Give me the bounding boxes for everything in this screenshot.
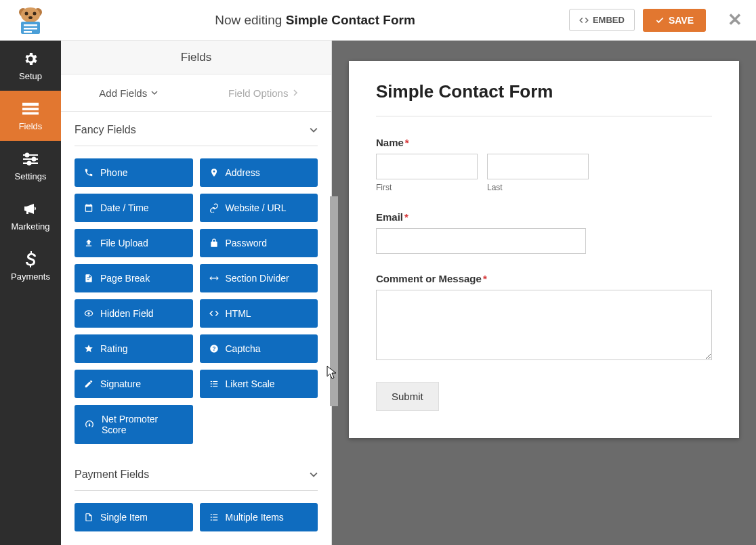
payment-fields-grid: Single ItemMultiple Items (75, 491, 318, 531)
svg-rect-7 (24, 24, 37, 26)
field-signature[interactable]: Signature (75, 370, 193, 398)
panel-body[interactable]: Fancy Fields PhoneAddressDate / TimeWebs… (61, 112, 331, 545)
svg-rect-33 (213, 520, 217, 521)
svg-rect-32 (210, 520, 211, 521)
field-page-break[interactable]: Page Break (75, 264, 193, 292)
section-payment-fields[interactable]: Payment Fields (75, 456, 318, 491)
last-name-input[interactable] (487, 154, 589, 179)
rail-fields[interactable]: Fields (0, 91, 61, 141)
page-title: Now editing Simple Contact Form (61, 13, 569, 28)
bullhorn-icon (22, 201, 39, 217)
fancy-fields-extra: Net Promoter Score (75, 398, 193, 444)
fields-panel: Fields Add Fields Field Options Fancy Fi… (61, 41, 332, 545)
svg-rect-30 (210, 517, 211, 517)
code-icon (579, 16, 589, 25)
svg-point-3 (25, 12, 28, 15)
field-single-item[interactable]: Single Item (75, 503, 193, 531)
field-hidden-field[interactable]: Hidden Field (75, 299, 193, 328)
chevron-down-icon (310, 126, 318, 134)
form-title: Simple Contact Form (376, 81, 712, 116)
form-name: Simple Contact Form (286, 13, 415, 27)
field-phone[interactable]: Phone (75, 158, 193, 187)
first-name-input[interactable] (376, 154, 478, 179)
field-section-divider[interactable]: Section Divider (200, 264, 318, 292)
comment-textarea[interactable] (376, 290, 712, 360)
close-icon[interactable]: ✕ (728, 9, 742, 30)
comment-label: Comment or Message* (376, 273, 712, 284)
chevron-down-icon (310, 471, 318, 479)
field-captcha[interactable]: ?Captcha (200, 334, 318, 363)
svg-rect-12 (22, 112, 39, 114)
field-address[interactable]: Address (200, 158, 318, 187)
fancy-fields-grid: PhoneAddressDate / TimeWebsite / URLFile… (75, 146, 318, 398)
field-name[interactable]: Name* First Last (376, 137, 712, 192)
required-asterisk: * (405, 137, 409, 148)
svg-rect-9 (24, 31, 32, 33)
svg-rect-28 (210, 514, 211, 515)
svg-rect-24 (210, 383, 211, 384)
field-file-upload[interactable]: File Upload (75, 229, 193, 257)
tab-field-options[interactable]: Field Options (196, 74, 332, 112)
check-icon (655, 16, 665, 25)
svg-point-5 (28, 16, 33, 19)
field-rating[interactable]: Rating (75, 334, 193, 363)
field-net-promoter-score[interactable]: Net Promoter Score (75, 405, 193, 444)
svg-rect-27 (213, 386, 217, 387)
svg-rect-26 (210, 386, 211, 387)
required-asterisk: * (404, 211, 408, 223)
gear-icon (22, 51, 39, 67)
svg-rect-29 (213, 514, 217, 515)
svg-point-16 (33, 157, 36, 160)
rail-payments[interactable]: Payments (0, 241, 61, 291)
form-icon (22, 101, 39, 117)
field-multiple-items[interactable]: Multiple Items (200, 503, 318, 531)
svg-rect-8 (24, 28, 37, 30)
field-date-time[interactable]: Date / Time (75, 194, 193, 222)
field-email[interactable]: Email* (376, 211, 712, 254)
wpforms-logo-icon (13, 5, 48, 35)
rail-setup[interactable]: Setup (0, 41, 61, 91)
svg-rect-11 (22, 108, 39, 110)
scrollbar-thumb[interactable] (330, 196, 338, 406)
svg-text:?: ? (212, 346, 215, 352)
panel-tabs: Add Fields Field Options (61, 74, 331, 112)
svg-point-2 (21, 7, 40, 22)
first-sublabel: First (376, 183, 478, 192)
svg-rect-25 (213, 383, 217, 384)
sliders-icon (22, 151, 39, 167)
svg-point-18 (28, 161, 31, 165)
name-label: Name* (376, 137, 712, 148)
form-preview: Simple Contact Form Name* First Last Ema… (332, 41, 756, 545)
header-actions: EMBED SAVE ✕ (569, 9, 742, 32)
field-website-url[interactable]: Website / URL (200, 194, 318, 222)
name-row: First Last (376, 154, 712, 192)
svg-point-4 (33, 12, 37, 15)
svg-rect-23 (213, 381, 217, 382)
rail-settings[interactable]: Settings (0, 141, 61, 191)
tab-add-fields[interactable]: Add Fields (61, 74, 196, 112)
submit-button[interactable]: Submit (376, 382, 439, 411)
embed-button[interactable]: EMBED (569, 9, 635, 31)
logo (0, 0, 61, 41)
field-likert-scale[interactable]: Likert Scale (200, 370, 318, 398)
last-sublabel: Last (487, 183, 589, 192)
field-comment[interactable]: Comment or Message* (376, 273, 712, 363)
field-html[interactable]: HTML (200, 299, 318, 328)
email-label: Email* (376, 211, 712, 223)
email-input[interactable] (376, 228, 586, 254)
editing-prefix: Now editing (215, 13, 282, 27)
rail-marketing[interactable]: Marketing (0, 191, 61, 241)
svg-rect-31 (213, 517, 217, 517)
main-area: Setup Fields Settings Marketing Payments (0, 41, 756, 545)
panel-title: Fields (61, 41, 331, 74)
icon-rail: Setup Fields Settings Marketing Payments (0, 41, 61, 545)
svg-point-14 (26, 153, 29, 156)
field-password[interactable]: Password (200, 229, 318, 257)
required-asterisk: * (483, 273, 487, 284)
chevron-right-icon (292, 89, 299, 96)
section-fancy-fields[interactable]: Fancy Fields (75, 112, 318, 146)
save-button[interactable]: SAVE (643, 9, 706, 32)
svg-rect-10 (22, 102, 39, 106)
gauge-icon (84, 419, 95, 430)
form-card: Simple Contact Form Name* First Last Ema… (349, 61, 739, 438)
